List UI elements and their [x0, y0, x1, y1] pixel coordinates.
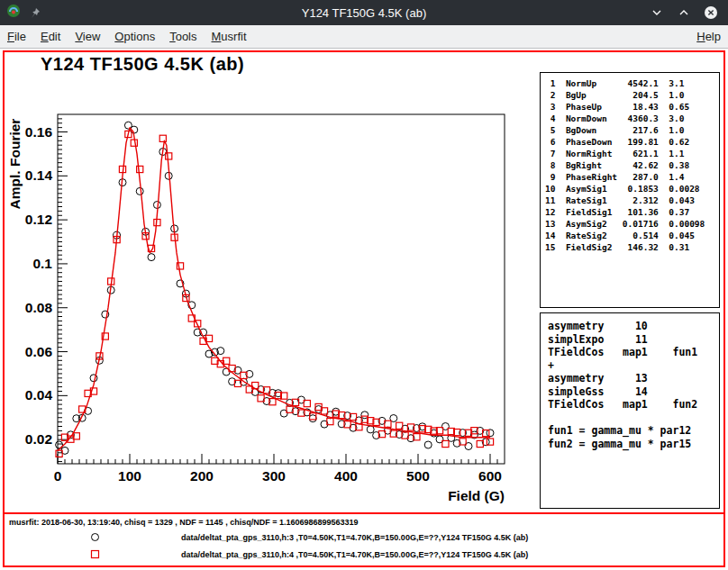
svg-text:0.08: 0.08	[25, 300, 53, 315]
menu-file[interactable]: File	[0, 26, 33, 47]
titlebar[interactable]: Y124 TF150G 4.5K (ab)	[0, 0, 728, 25]
svg-text:0.04: 0.04	[25, 387, 53, 403]
menubar: File Edit View Options Tools Musrfit Hel…	[0, 25, 728, 49]
legend: data/deltat_pta_gps_3110,h:3 ,T0=4.50K,T…	[5, 529, 723, 564]
maximize-button[interactable]	[676, 5, 692, 21]
menu-options[interactable]: Options	[107, 26, 162, 47]
legend-row: data/deltat_pta_gps_3110,h:3 ,T0=4.50K,T…	[5, 529, 723, 547]
root-canvas[interactable]: Y124 TF150G 4.5K (ab) 010020030040050060…	[3, 50, 725, 567]
legend-entry-text: data/deltat_pta_gps_3110,h:4 ,T0=4.50K,T…	[181, 550, 528, 559]
svg-text:0: 0	[54, 468, 62, 484]
workarea: Y124 TF150G 4.5K (ab) 010020030040050060…	[0, 49, 728, 570]
chevron-down-icon	[651, 6, 663, 19]
parameter-box[interactable]: 1 NormUp 4542.1 3.1 2 BgUp 204.5 1.0 3 P…	[540, 72, 720, 308]
window-title: Y124 TF150G 4.5K (ab)	[0, 6, 728, 20]
plot-title: Y124 TF150G 4.5K (ab)	[41, 54, 244, 75]
pin-icon	[30, 7, 41, 19]
close-button[interactable]	[703, 5, 719, 21]
theory-lines: asymmetry 10 simplExpo 11 TFieldCos map1…	[548, 320, 719, 450]
svg-text:0.02: 0.02	[25, 431, 52, 447]
chevron-up-icon	[678, 6, 690, 19]
close-icon	[704, 5, 718, 20]
square-marker-icon	[89, 548, 101, 560]
svg-text:200: 200	[190, 468, 214, 484]
svg-text:Ampl. Fourier: Ampl. Fourier	[7, 119, 23, 210]
minimize-button[interactable]	[649, 5, 665, 21]
svg-text:0.14: 0.14	[25, 167, 53, 183]
parameter-rows: 1 NormUp 4542.1 3.1 2 BgUp 204.5 1.0 3 P…	[545, 77, 719, 253]
legend-row: data/deltat_pta_gps_3110,h:4 ,T0=4.50K,T…	[5, 547, 723, 564]
app-icon	[6, 4, 21, 22]
menu-edit[interactable]: Edit	[33, 26, 68, 47]
svg-text:0.16: 0.16	[25, 124, 53, 140]
menu-help[interactable]: Help	[689, 26, 728, 47]
svg-text:0.12: 0.12	[25, 212, 52, 227]
legend-entry-text: data/deltat_pta_gps_3110,h:3 ,T0=4.50K,T…	[181, 533, 528, 542]
svg-text:0.06: 0.06	[25, 344, 53, 359]
menu-musrfit[interactable]: Musrfit	[205, 26, 254, 47]
svg-text:500: 500	[406, 468, 430, 484]
fit-status-line: musrfit: 2018-06-30, 13:19:40, chisq = 1…	[9, 518, 358, 527]
pad-separator	[5, 512, 723, 514]
svg-text:300: 300	[262, 468, 286, 484]
theory-box[interactable]: asymmetry 10 simplExpo 11 TFieldCos map1…	[540, 312, 720, 509]
pin-button[interactable]	[27, 5, 43, 21]
svg-text:100: 100	[118, 468, 141, 484]
svg-text:600: 600	[478, 468, 502, 484]
menu-tools[interactable]: Tools	[162, 26, 204, 47]
svg-text:Field (G): Field (G)	[448, 488, 505, 503]
plot-canvas[interactable]: 01002003004005006000.020.040.060.080.10.…	[5, 102, 538, 509]
menu-view[interactable]: View	[68, 26, 107, 47]
svg-text:400: 400	[334, 468, 358, 484]
circle-marker-icon	[89, 531, 101, 543]
svg-text:0.1: 0.1	[32, 256, 52, 271]
